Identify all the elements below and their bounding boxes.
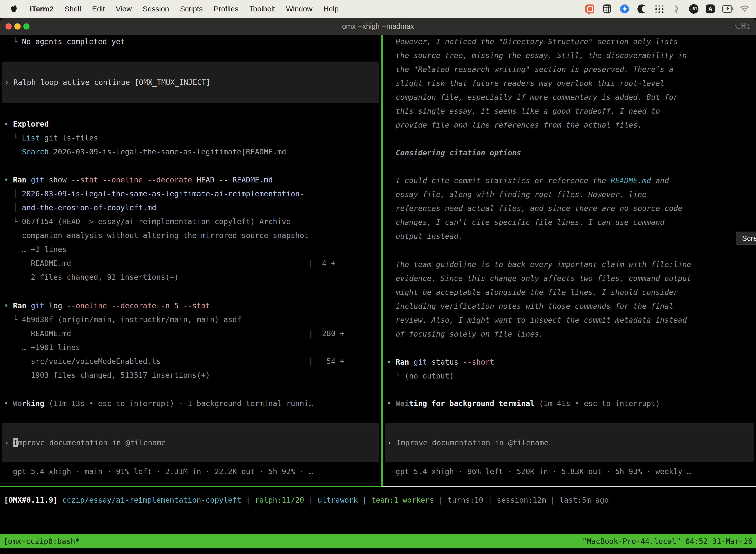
text-segment: src/voice/voiceModeEnabled.ts | 54 + xyxy=(4,357,344,366)
menu-item-iterm2[interactable]: iTerm2 xyxy=(30,5,54,13)
prompt-input[interactable]: › Ralph loop active continue [OMX_TMUX_I… xyxy=(2,62,379,103)
text-segment: ting for background terminal xyxy=(409,399,534,408)
text-segment: of focusing solely on file lines. xyxy=(387,330,544,338)
text-segment: README.md xyxy=(233,175,273,184)
tmux-host-clock-label: "MacBook-Pro-44.local" 04:52 31-Mar-26 xyxy=(582,534,753,548)
text-segment: --decorate xyxy=(147,175,197,184)
menu-item-scripts[interactable]: Scripts xyxy=(180,5,203,13)
terminal-line: • Ran git status --short xyxy=(387,355,756,369)
menu-item-window[interactable]: Window xyxy=(286,5,313,13)
timer-badge-icon[interactable]: ..61 xyxy=(689,4,698,14)
text-segment: └ xyxy=(4,217,22,226)
input-source-icon[interactable]: A xyxy=(706,4,715,13)
dots-grid-icon[interactable] xyxy=(654,4,664,14)
terminal-line: of focusing solely on file lines. xyxy=(387,327,756,341)
terminal-line: Search 2026-03-09-is-legal-the-same-as-l… xyxy=(4,145,381,159)
text-segment: | xyxy=(484,496,497,504)
terminal-line: • Ran git show --stat --oneline --decora… xyxy=(4,173,381,187)
terminal-line: companion analysis without altering the … xyxy=(4,229,381,242)
terminal-line: review. Also, I might want to inspect th… xyxy=(387,313,756,327)
terminal-line: companion file, especially if more comme… xyxy=(387,90,756,104)
zoom-window-button[interactable] xyxy=(23,23,29,30)
browser-crescent-icon[interactable] xyxy=(637,4,647,14)
text-segment: Ralph loop active continue [OMX_TMUX_INJ… xyxy=(13,78,210,87)
apple-menu-icon[interactable] xyxy=(9,4,19,14)
menu-bar-left: iTerm2 Shell Edit View Session Scripts P… xyxy=(0,4,338,14)
text-segment: Search xyxy=(22,148,49,156)
text-segment: (1m 41s • esc to interrupt) xyxy=(534,399,660,408)
terminal-line: essay file, along with finding root file… xyxy=(387,188,756,202)
text-segment: 1903 files changed, 513517 insertions(+) xyxy=(4,371,210,380)
text-segment: ralph:11/20 xyxy=(255,496,304,504)
terminal-block: The team guideline is to back every impo… xyxy=(387,258,756,341)
terminal-block: └ No agents completed yet xyxy=(4,35,381,49)
terminal-line: └ List git ls-files xyxy=(4,131,381,145)
tmux-session-label: [omx-cczip0:bash* xyxy=(3,534,80,548)
text-segment: 2026-03-09-is-legal-the-same-as-legitima… xyxy=(22,189,304,198)
text-segment: --decorate xyxy=(112,301,161,310)
text-segment: and xyxy=(651,176,669,185)
menu-item-toolbelt[interactable]: Toolbelt xyxy=(250,5,275,13)
text-segment: ing xyxy=(31,399,44,408)
left-pane: └ No agents completed yet› Ralph loop ac… xyxy=(0,35,381,486)
text-segment: changes, I can't cite specific file line… xyxy=(387,218,665,227)
text-segment: I could cite commit statistics or refere… xyxy=(387,176,611,185)
menu-bar-status-icons: ..61 A xyxy=(585,4,756,14)
terminal-line: › Ralph loop active continue [OMX_TMUX_I… xyxy=(4,75,210,89)
terminal-line: 2 files changed, 92 insertions(+) xyxy=(4,270,381,284)
terminal-line: README.md | 4 + xyxy=(4,257,381,270)
text-segment: 067f154 (HEAD -> essay/ai-reimplementati… xyxy=(22,217,291,226)
minimize-window-button[interactable] xyxy=(14,23,20,30)
close-window-button[interactable] xyxy=(5,23,12,30)
terminal-line: • Waiting for background terminal (1m 41… xyxy=(387,397,756,410)
terminal-block: • Ran git status --short └ (no output) xyxy=(387,355,756,383)
terminal-line: • Working (11m 13s • esc to interrupt) ·… xyxy=(4,397,381,410)
terminal-line: The team guideline is to back every impo… xyxy=(387,258,756,272)
right-pane-border xyxy=(382,486,756,487)
terminal-line: this single essay, it seems like a good … xyxy=(387,104,756,118)
menu-item-view[interactable]: View xyxy=(116,5,132,13)
text-segment: 4b9d30f (origin/main, instructkr/main, m… xyxy=(22,315,241,324)
text-segment: Wo xyxy=(13,399,22,408)
text-segment: └ xyxy=(4,133,22,142)
squiggle-icon[interactable] xyxy=(672,4,682,14)
window-title: omx --xhigh --madmax xyxy=(342,22,414,31)
menu-item-session[interactable]: Session xyxy=(143,5,169,13)
text-segment: gpt-5.4 xhigh · main · 91% left · 2.31M … xyxy=(4,467,313,476)
text-segment: provide file and line references from th… xyxy=(387,121,642,129)
text-segment: • xyxy=(4,301,13,310)
text-segment: Wai xyxy=(396,399,409,408)
menu-item-help[interactable]: Help xyxy=(323,5,339,13)
menu-item-profiles[interactable]: Profiles xyxy=(213,5,238,13)
keyboard-icon[interactable] xyxy=(602,4,612,14)
wifi-icon[interactable] xyxy=(740,4,750,14)
terminal-block: • Ran git log --oneline --decorate -n 5 … xyxy=(4,299,381,382)
menu-item-edit[interactable]: Edit xyxy=(92,5,105,13)
bolt-app-icon[interactable] xyxy=(620,4,630,14)
text-segment: review. Also, I might want to inspect th… xyxy=(387,316,687,324)
text-segment: › xyxy=(4,78,13,87)
terminal-line: › Improve documentation in @filename xyxy=(387,436,548,450)
battery-icon[interactable] xyxy=(722,4,732,14)
text-segment: show xyxy=(49,175,71,184)
text-segment: slight risk that future readers may over… xyxy=(387,79,665,88)
text-segment: | xyxy=(241,496,255,504)
terminal-block: However, I noticed the "Directory Struct… xyxy=(387,35,756,132)
terminal-block: • Ran git show --stat --oneline --decora… xyxy=(4,173,381,284)
terminal-line: including verification notes with those … xyxy=(387,299,756,313)
terminal-line: └ (no output) xyxy=(387,369,756,383)
text-segment: List xyxy=(22,133,40,142)
chat-app-icon[interactable] xyxy=(585,4,595,14)
terminal-block: Considering citation options xyxy=(387,146,756,160)
terminal-line: changes, I can't cite specific file line… xyxy=(387,215,756,229)
terminal-line: 1903 files changed, 513517 insertions(+) xyxy=(4,368,381,382)
text-segment: --oneline xyxy=(67,301,112,310)
menu-item-shell[interactable]: Shell xyxy=(64,5,81,13)
prompt-input[interactable]: › Improve documentation in @filename xyxy=(2,423,379,462)
terminal-line: │ 2026-03-09-is-legal-the-same-as-legiti… xyxy=(4,187,381,201)
terminal-line: output instead. xyxy=(387,229,756,243)
prompt-input[interactable]: › Improve documentation in @filename xyxy=(385,423,754,462)
text-segment: and-the-erosion-of-copyleft.md xyxy=(22,203,156,212)
text-segment: No agents completed yet xyxy=(22,37,125,46)
terminal-line: … +1901 lines xyxy=(4,340,381,354)
